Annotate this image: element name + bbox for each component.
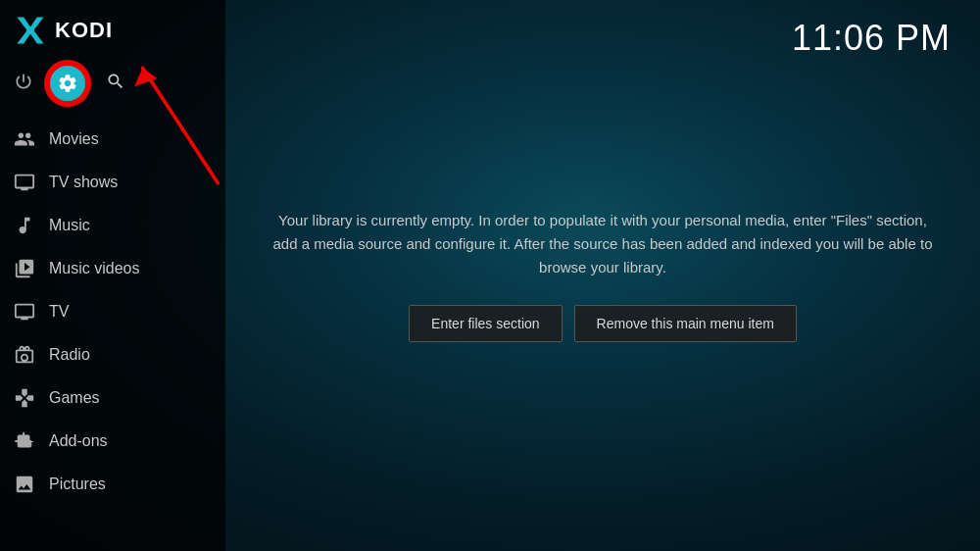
main-content: 11:06 PM Your library is currently empty… xyxy=(225,0,980,551)
nav-list: Movies TV shows Music Music videos xyxy=(0,118,225,551)
sidebar-icon-row xyxy=(0,57,225,118)
sidebar-item-radio[interactable]: Radio xyxy=(0,333,225,376)
app-title: KODI xyxy=(55,18,113,43)
library-message: Your library is currently empty. In orde… xyxy=(270,209,936,279)
radio-icon xyxy=(14,344,35,366)
sidebar-item-games[interactable]: Games xyxy=(0,376,225,420)
tv-shows-icon xyxy=(14,172,35,193)
sidebar-item-movies[interactable]: Movies xyxy=(0,118,225,161)
center-area: Your library is currently empty. In orde… xyxy=(225,59,980,551)
music-videos-icon xyxy=(14,258,35,279)
action-buttons: Enter files section Remove this main men… xyxy=(409,305,797,342)
gear-icon xyxy=(57,73,78,94)
tv-icon xyxy=(14,301,35,323)
settings-button[interactable] xyxy=(47,63,88,104)
sidebar-item-pictures[interactable]: Pictures xyxy=(0,463,225,506)
games-icon xyxy=(14,387,35,409)
sidebar: KODI Movies xyxy=(0,0,225,551)
app-header: KODI xyxy=(0,0,225,57)
svg-point-1 xyxy=(26,26,34,34)
remove-menu-item-button[interactable]: Remove this main menu item xyxy=(574,305,797,342)
clock-display: 11:06 PM xyxy=(792,18,951,59)
search-button[interactable] xyxy=(106,72,125,96)
sidebar-item-add-ons[interactable]: Add-ons xyxy=(0,420,225,463)
enter-files-button[interactable]: Enter files section xyxy=(409,305,563,342)
movies-icon xyxy=(14,128,35,150)
pictures-icon xyxy=(14,474,35,495)
music-icon xyxy=(14,215,35,236)
top-bar: 11:06 PM xyxy=(225,0,980,59)
sidebar-item-music[interactable]: Music xyxy=(0,204,225,247)
add-ons-icon xyxy=(14,430,35,452)
power-icon[interactable] xyxy=(14,72,33,96)
sidebar-item-tv-shows[interactable]: TV shows xyxy=(0,161,225,204)
sidebar-item-music-videos[interactable]: Music videos xyxy=(0,247,225,290)
kodi-logo-icon xyxy=(14,14,47,47)
sidebar-item-tv[interactable]: TV xyxy=(0,290,225,333)
